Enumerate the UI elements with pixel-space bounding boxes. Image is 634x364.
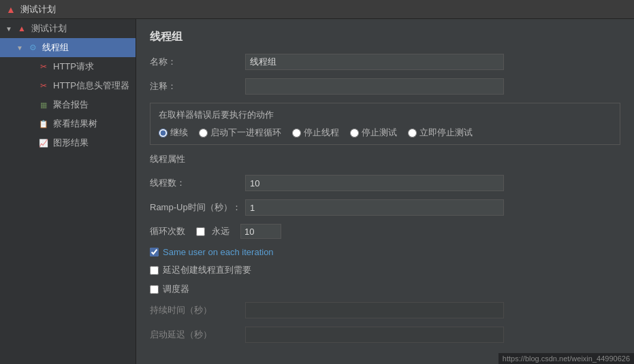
start-delay-input[interactable] <box>245 327 504 343</box>
comment-input[interactable] <box>245 78 504 95</box>
loops-row: 循环次数 永远 <box>150 224 620 239</box>
same-user-row: Same user on each iteration <box>150 247 620 257</box>
radio-continue[interactable]: 继续 <box>159 127 188 139</box>
main-layout: ▼ ▲ 测试计划 ▼ ⚙ 线程组 ✂ HTTP请求 ✂ HTTP信息头管理器 ▦… <box>0 19 634 364</box>
bottom-url: https://blog.csdn.net/weixin_44990626 <box>498 353 634 364</box>
radio-start-next-label: 启动下一进程循环 <box>210 127 281 139</box>
ramp-up-label: Ramp-Up时间（秒）： <box>150 201 245 214</box>
radio-continue-input[interactable] <box>159 129 168 137</box>
sidebar-item-result-tree[interactable]: 📋 察看结果树 <box>0 114 136 133</box>
same-user-checkbox[interactable] <box>150 248 159 257</box>
radio-continue-label: 继续 <box>170 127 188 139</box>
toggle-icon: ▼ <box>5 25 14 33</box>
sidebar-label-aggregate: 聚合报告 <box>53 99 89 111</box>
http-header-icon: ✂ <box>37 80 50 92</box>
duration-input[interactable] <box>245 302 504 318</box>
radio-stop-thread-label: 停止线程 <box>304 127 339 139</box>
thread-count-row: 线程数： <box>150 175 620 191</box>
thread-props-title: 线程属性 <box>150 153 620 168</box>
toggle-icon: ▼ <box>16 44 25 52</box>
error-action-title: 在取样器错误后要执行的动作 <box>159 109 612 121</box>
delay-create-checkbox[interactable] <box>150 266 159 275</box>
radio-stop-test-label: 停止测试 <box>362 127 397 139</box>
content-area: 线程组 名称： 注释： 在取样器错误后要执行的动作 继续 启动下一进程循环 <box>136 19 634 364</box>
sidebar: ▼ ▲ 测试计划 ▼ ⚙ 线程组 ✂ HTTP请求 ✂ HTTP信息头管理器 ▦… <box>0 19 136 364</box>
sidebar-item-http-request[interactable]: ✂ HTTP请求 <box>0 57 136 76</box>
loops-input[interactable] <box>240 224 281 239</box>
scheduler-row: 调度器 <box>150 283 620 295</box>
sidebar-item-http-header[interactable]: ✂ HTTP信息头管理器 <box>0 76 136 95</box>
app-icon: ▲ <box>5 4 16 15</box>
sidebar-label-result-tree: 察看结果树 <box>53 118 97 130</box>
sidebar-label-http-request: HTTP请求 <box>53 61 94 73</box>
comment-row: 注释： <box>150 78 620 95</box>
duration-label: 持续时间（秒） <box>150 304 245 316</box>
radio-stop-test-input[interactable] <box>350 129 359 137</box>
drag-handle[interactable]: ⋮ <box>136 189 139 195</box>
radio-stop-test-now[interactable]: 立即停止测试 <box>408 127 473 139</box>
scheduler-label: 调度器 <box>163 283 189 295</box>
radio-stop-test-now-input[interactable] <box>408 129 417 137</box>
start-delay-label: 启动延迟（秒） <box>150 329 245 341</box>
sidebar-label-graph-result: 图形结果 <box>53 137 89 149</box>
section-title: 线程组 <box>150 30 620 44</box>
title-bar-text: 测试计划 <box>20 3 56 16</box>
delay-create-label: 延迟创建线程直到需要 <box>163 264 251 276</box>
radio-start-next-input[interactable] <box>199 129 208 137</box>
same-user-label: Same user on each iteration <box>163 247 274 257</box>
delay-create-row: 延迟创建线程直到需要 <box>150 264 620 276</box>
graph-result-icon: 📈 <box>37 137 50 149</box>
testplan-icon: ▲ <box>16 22 28 35</box>
scheduler-checkbox[interactable] <box>150 285 159 294</box>
threadgroup-icon: ⚙ <box>27 42 39 54</box>
thread-count-label: 线程数： <box>150 177 245 189</box>
name-label: 名称： <box>150 56 245 68</box>
http-request-icon: ✂ <box>37 61 50 73</box>
thread-props-section: 线程属性 线程数： Ramp-Up时间（秒）： 循环次数 永远 Sa <box>150 153 620 343</box>
sidebar-label-thread-group: 线程组 <box>42 42 69 54</box>
forever-label: 永远 <box>212 225 229 237</box>
sidebar-item-aggregate-report[interactable]: ▦ 聚合报告 <box>0 95 136 114</box>
radio-stop-test[interactable]: 停止测试 <box>350 127 397 139</box>
radio-group: 继续 启动下一进程循环 停止线程 停止测试 立即停止测试 <box>159 127 612 139</box>
error-action-section: 在取样器错误后要执行的动作 继续 启动下一进程循环 停止线程 停止测试 <box>150 103 620 145</box>
sidebar-item-graph-result[interactable]: 📈 图形结果 <box>0 133 136 152</box>
ramp-up-input[interactable] <box>245 199 504 216</box>
sidebar-label-test-plan: 测试计划 <box>31 22 67 35</box>
sidebar-item-test-plan[interactable]: ▼ ▲ 测试计划 <box>0 19 136 38</box>
aggregate-icon: ▦ <box>37 99 50 111</box>
sidebar-item-thread-group[interactable]: ▼ ⚙ 线程组 <box>0 38 136 57</box>
name-row: 名称： <box>150 54 620 70</box>
forever-checkbox[interactable] <box>196 227 205 236</box>
radio-stop-thread-input[interactable] <box>292 129 301 137</box>
title-bar: ▲ 测试计划 <box>0 0 634 19</box>
result-tree-icon: 📋 <box>37 118 50 130</box>
ramp-up-row: Ramp-Up时间（秒）： <box>150 199 620 216</box>
start-delay-row: 启动延迟（秒） <box>150 327 620 343</box>
loops-label: 循环次数 <box>150 225 185 237</box>
thread-count-input[interactable] <box>245 175 504 191</box>
duration-row: 持续时间（秒） <box>150 302 620 318</box>
radio-start-next[interactable]: 启动下一进程循环 <box>199 127 281 139</box>
comment-label: 注释： <box>150 80 245 93</box>
radio-stop-test-now-label: 立即停止测试 <box>419 127 473 139</box>
name-input[interactable] <box>245 54 504 70</box>
sidebar-label-http-header: HTTP信息头管理器 <box>53 80 129 92</box>
radio-stop-thread[interactable]: 停止线程 <box>292 127 339 139</box>
